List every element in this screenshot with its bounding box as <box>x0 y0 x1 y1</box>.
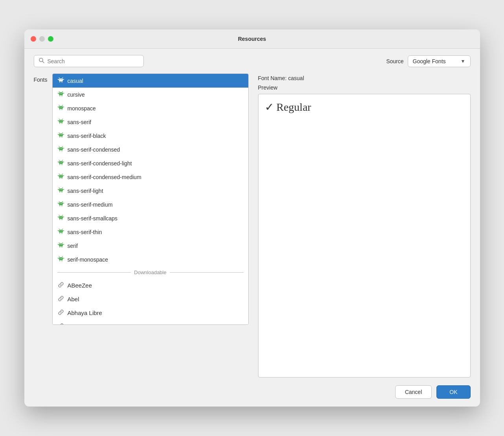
android-icon <box>57 228 64 236</box>
divider-line-right <box>170 272 244 273</box>
svg-rect-94 <box>59 216 63 219</box>
source-label: Source <box>386 58 403 64</box>
svg-rect-58 <box>59 161 63 164</box>
divider-line-left <box>57 272 131 273</box>
svg-line-74 <box>59 187 60 188</box>
font-item-sans-serif[interactable]: sans-serif <box>53 115 248 129</box>
svg-rect-112 <box>59 244 63 246</box>
svg-line-2 <box>59 77 60 78</box>
font-label: Abhaya Libre <box>68 310 102 316</box>
font-item-sans-serif-black[interactable]: sans-serif-black <box>53 129 248 143</box>
svg-point-78 <box>61 189 62 190</box>
android-icon <box>57 104 64 112</box>
fonts-label: Fonts <box>34 73 48 83</box>
svg-line-38 <box>59 132 60 133</box>
font-label: sans-serif-black <box>68 133 106 139</box>
font-item-cursive[interactable]: cursive <box>53 88 248 101</box>
svg-rect-13 <box>59 92 63 95</box>
font-label: serif <box>68 243 78 249</box>
search-input[interactable] <box>48 58 139 64</box>
font-item-abel[interactable]: Abel <box>53 292 248 306</box>
svg-line-56 <box>59 160 60 161</box>
svg-line-57 <box>62 160 63 161</box>
svg-rect-31 <box>59 120 63 123</box>
font-item-monospace[interactable]: monospace <box>53 101 248 115</box>
font-item-abhaya-libre[interactable]: Abhaya Libre <box>53 306 248 320</box>
font-label: sans-serif <box>68 119 92 125</box>
svg-line-84 <box>62 201 63 202</box>
android-font-list: casual cursive <box>53 74 248 266</box>
svg-rect-85 <box>59 202 63 205</box>
svg-point-77 <box>59 189 60 190</box>
link-icon <box>57 281 64 289</box>
font-item-sans-serif-condensed-light[interactable]: sans-serif-condensed-light <box>53 156 248 170</box>
svg-point-114 <box>61 244 62 245</box>
font-label: sans-serif-light <box>68 188 103 194</box>
cancel-button[interactable]: Cancel <box>395 385 432 399</box>
font-item-sans-serif-condensed-medium[interactable]: sans-serif-condensed-medium <box>53 170 248 184</box>
dialog: Resources Source Google Fonts ▼ Fonts <box>24 29 480 407</box>
svg-line-48 <box>62 146 63 147</box>
font-list[interactable]: casual cursive <box>52 73 249 325</box>
font-item-sans-serif-smallcaps[interactable]: sans-serif-smallcaps <box>53 211 248 225</box>
svg-line-11 <box>59 91 60 92</box>
svg-line-92 <box>59 215 60 216</box>
svg-point-68 <box>59 176 60 176</box>
search-box[interactable] <box>34 55 144 67</box>
font-label: monospace <box>68 105 96 112</box>
window-title: Resources <box>238 36 266 42</box>
svg-point-51 <box>61 148 62 149</box>
ok-button[interactable]: OK <box>436 385 470 399</box>
font-label: sans-serif-condensed-light <box>68 160 132 167</box>
font-item-serif-monospace[interactable]: serif-monospace <box>53 253 248 266</box>
android-icon <box>57 242 64 250</box>
minimize-button[interactable] <box>39 36 45 42</box>
svg-point-59 <box>59 162 60 163</box>
svg-line-30 <box>62 119 63 119</box>
font-label: serif-monospace <box>68 256 108 263</box>
font-item-sans-serif-thin[interactable]: sans-serif-thin <box>53 225 248 239</box>
svg-rect-103 <box>59 230 63 233</box>
font-item-casual[interactable]: casual <box>53 74 248 88</box>
source-select-value: Google Fonts <box>413 58 446 64</box>
svg-line-66 <box>62 174 63 174</box>
font-item-serif[interactable]: serif <box>53 239 248 253</box>
svg-line-29 <box>59 119 60 119</box>
font-label: sans-serif-thin <box>68 229 102 235</box>
svg-point-69 <box>61 176 62 176</box>
svg-line-83 <box>59 201 60 202</box>
font-item-sans-serif-condensed[interactable]: sans-serif-condensed <box>53 143 248 156</box>
svg-line-75 <box>62 187 63 188</box>
window-controls <box>31 36 53 42</box>
svg-line-20 <box>59 105 60 106</box>
font-name-label: Font Name: casual <box>258 73 471 81</box>
android-icon <box>57 255 64 264</box>
svg-point-42 <box>61 134 62 135</box>
svg-point-60 <box>61 162 62 163</box>
android-icon <box>57 214 64 222</box>
font-item-abeezee[interactable]: ABeeZee <box>53 278 248 292</box>
svg-line-101 <box>59 229 60 229</box>
font-item-sans-serif-light[interactable]: sans-serif-light <box>53 184 248 198</box>
svg-line-21 <box>62 105 63 106</box>
preview-checkmark: ✓ <box>265 101 274 113</box>
svg-point-32 <box>59 121 60 121</box>
font-item-sans-serif-medium[interactable]: sans-serif-medium <box>53 198 248 211</box>
font-label: sans-serif-smallcaps <box>68 215 118 222</box>
maximize-button[interactable] <box>48 36 53 42</box>
android-icon <box>57 187 64 195</box>
preview-section-label: Preview <box>258 84 471 91</box>
android-icon <box>57 77 64 85</box>
svg-line-93 <box>62 215 63 216</box>
android-icon <box>57 200 64 209</box>
font-item-abilene-tf[interactable]: AbileTf... <box>53 320 248 325</box>
link-icon <box>57 322 64 325</box>
svg-point-15 <box>61 93 62 94</box>
main-content: Fonts casual <box>24 73 480 377</box>
android-icon <box>57 90 64 99</box>
font-label: cursive <box>68 92 85 98</box>
close-button[interactable] <box>31 36 36 42</box>
svg-point-104 <box>59 231 60 231</box>
svg-point-14 <box>59 93 60 94</box>
source-select[interactable]: Google Fonts ▼ <box>408 55 471 67</box>
